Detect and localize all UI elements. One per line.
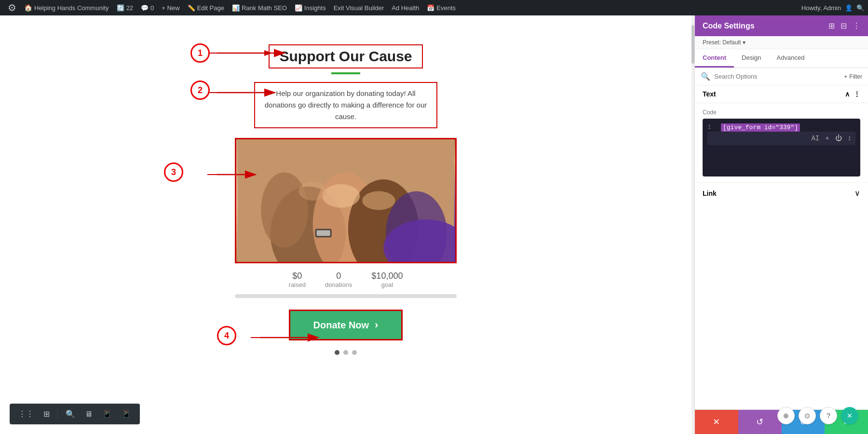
desktop-view-btn[interactable]: 🖥: [81, 407, 96, 421]
add-code-icon[interactable]: +: [825, 135, 829, 142]
updates-btn[interactable]: 🔄 22: [113, 0, 137, 15]
code-field: Code 1 [give_form id="339"] AI + ⏻ ↕: [695, 103, 868, 182]
layout-btn[interactable]: ⊞: [40, 407, 54, 421]
wireframe-btn[interactable]: ⊕: [777, 407, 795, 424]
collapse-icon[interactable]: ∧: [845, 90, 850, 98]
search-options-input[interactable]: [714, 73, 840, 80]
svg-point-17: [322, 184, 360, 208]
undo-action-btn[interactable]: ↺: [738, 410, 782, 434]
mobile-view-btn[interactable]: 📱: [118, 407, 135, 421]
stat-raised: $0 raised: [289, 271, 306, 288]
wp-logo[interactable]: ⚙: [4, 0, 20, 15]
reset-code-icon[interactable]: ⏻: [835, 135, 842, 142]
section-options-btn[interactable]: ⋮⋮: [14, 407, 38, 421]
preset-chevron-icon: ▾: [743, 39, 746, 46]
scrollbar-thumb: [692, 25, 694, 64]
panel-scrollbar[interactable]: [692, 15, 694, 434]
code-line-1: 1 [give_form id="339"]: [707, 123, 855, 132]
tab-advanced[interactable]: Advanced: [769, 49, 813, 68]
text-section-label: Text: [703, 90, 716, 98]
panel-tabs: Content Design Advanced: [695, 49, 868, 68]
more-options-icon[interactable]: ⋮: [853, 21, 860, 30]
tab-content[interactable]: Content: [695, 49, 734, 68]
line-number: 1: [707, 123, 715, 132]
text-section-header[interactable]: Text ∧ ⋮: [695, 85, 868, 103]
search-icon: 🔍: [701, 72, 710, 81]
donate-chevron-icon: ›: [375, 319, 378, 331]
stats-row: $0 raised 0 donations $10,000 goal: [289, 271, 403, 288]
tablet-view-btn[interactable]: 📱: [98, 407, 116, 421]
section-underline: [331, 72, 360, 74]
svg-point-14: [261, 172, 308, 247]
panel-header: Code Settings ⊞ ⊟ ⋮: [695, 15, 868, 36]
section-description: Help our organization by donating today!…: [254, 82, 437, 128]
toolbar-separator: [57, 409, 58, 419]
admin-avatar-icon: 👤: [845, 4, 853, 12]
link-section[interactable]: Link ∨: [695, 182, 868, 203]
panel-search: 🔍 + Filter: [695, 68, 868, 85]
search-btn[interactable]: 🔍: [62, 407, 79, 421]
panel-header-icons: ⊞ ⊟ ⋮: [828, 21, 860, 30]
text-section: Text ∧ ⋮ Code 1 [give_form id="339"] AI …: [695, 85, 868, 182]
code-content: [give_form id="339"]: [721, 123, 800, 132]
new-btn[interactable]: + New: [158, 0, 183, 15]
exit-builder-btn[interactable]: Exit Visual Builder: [330, 0, 388, 15]
annotation-3: 3: [164, 163, 183, 182]
code-editor-footer: AI + ⏻ ↕: [707, 132, 855, 145]
admin-bar: ⚙ 🏠 Helping Hands Community 🔄 22 💬 0 + N…: [0, 0, 868, 15]
text-section-more-icon[interactable]: ⋮: [854, 90, 860, 98]
search-icon[interactable]: 🔍: [856, 4, 864, 12]
ai-icon[interactable]: AI: [811, 135, 819, 142]
progress-bar: [235, 294, 457, 298]
stat-donations: 0 donations: [325, 271, 352, 288]
ad-health-btn[interactable]: Ad Health: [388, 0, 423, 15]
edit-page-btn[interactable]: ✏️ Edit Page: [184, 0, 228, 15]
campaign-image: [235, 138, 457, 263]
link-label: Link: [703, 190, 717, 197]
filter-plus-icon: +: [844, 73, 847, 80]
svg-rect-16: [316, 231, 330, 236]
zoom-btn[interactable]: ⊙: [799, 407, 816, 424]
admin-bar-right: Howdy, Admin 👤 🔍: [801, 4, 864, 12]
code-label: Code: [703, 109, 860, 116]
columns-icon[interactable]: ⊟: [841, 21, 847, 30]
donate-button[interactable]: Donate Now ›: [289, 310, 403, 340]
bottom-right-toolbar: ⊕ ⊙ ? ✕: [777, 407, 858, 424]
pagination-dot-1[interactable]: [335, 350, 339, 355]
insights-btn[interactable]: 📈 Insights: [291, 0, 330, 15]
main-area: 1 Support Our Cause 2 Help our organizat…: [0, 15, 868, 434]
events-btn[interactable]: 📅 Events: [423, 0, 460, 15]
stat-goal: $10,000 goal: [371, 271, 403, 288]
close-builder-btn[interactable]: ✕: [841, 407, 858, 424]
section-title: Support Our Cause: [269, 44, 422, 68]
pagination-dot-2[interactable]: [343, 350, 348, 355]
tab-design[interactable]: Design: [734, 49, 769, 68]
site-name[interactable]: 🏠 Helping Hands Community: [20, 0, 113, 15]
settings-panel: Code Settings ⊞ ⊟ ⋮ Preset: Default ▾ Co…: [694, 15, 868, 434]
svg-point-19: [298, 182, 327, 201]
expand-icon[interactable]: ⊞: [828, 21, 835, 30]
panel-title: Code Settings: [703, 22, 755, 30]
sort-code-icon[interactable]: ↕: [848, 135, 852, 142]
annotation-1: 1: [190, 43, 210, 63]
pagination-dot-3[interactable]: [352, 350, 357, 355]
visual-builder-canvas: 1 Support Our Cause 2 Help our organizat…: [0, 15, 692, 434]
comments-btn[interactable]: 💬 0: [137, 0, 158, 15]
bottom-toolbar: ⋮⋮ ⊞ 🔍 🖥 📱 📱: [10, 404, 140, 424]
annotation-4: 4: [217, 326, 236, 345]
text-section-icons: ∧ ⋮: [845, 90, 860, 98]
help-btn[interactable]: ?: [820, 407, 837, 424]
svg-point-18: [362, 191, 395, 210]
annotation-2: 2: [190, 81, 210, 100]
filter-btn[interactable]: + Filter: [844, 73, 862, 80]
pagination-dots: [335, 350, 357, 355]
link-chevron-icon: ∨: [854, 189, 860, 198]
close-action-btn[interactable]: ✕: [695, 410, 738, 434]
rank-math-btn[interactable]: 📊 Rank Math SEO: [228, 0, 291, 15]
code-editor[interactable]: 1 [give_form id="339"] AI + ⏻ ↕: [703, 119, 860, 176]
panel-preset[interactable]: Preset: Default ▾: [695, 36, 868, 49]
howdy-text: Howdy, Admin: [801, 4, 841, 12]
